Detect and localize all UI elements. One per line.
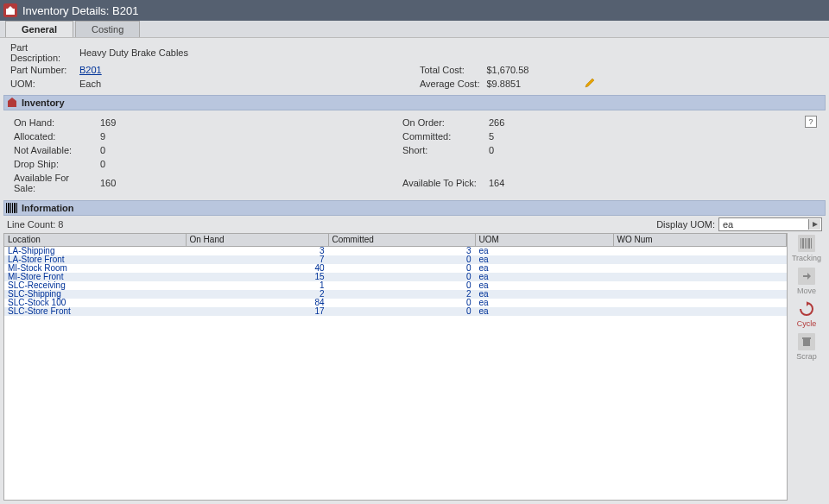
display-uom-label: Display UOM:: [656, 219, 715, 230]
titlebar: Inventory Details: B201: [0, 0, 829, 21]
cell-on-hand: 40: [186, 264, 328, 273]
barcode-icon: [798, 235, 815, 252]
cell-location: SLC-Receiving: [4, 281, 186, 290]
part-description-value: Heavy Duty Brake Cables: [76, 41, 192, 64]
cell-wo-num: [613, 307, 787, 316]
table-row[interactable]: SLC-Receiving10ea: [4, 281, 787, 290]
svg-rect-15: [802, 337, 811, 339]
cell-location: LA-Shipping: [4, 246, 186, 255]
svg-rect-4: [10, 203, 11, 213]
committed-value: 5: [485, 129, 528, 143]
inventory-summary: ? On Hand: 169 On Order: 266 Allocated: …: [3, 110, 826, 200]
inventory-icon: [6, 97, 18, 109]
cycle-icon: [798, 300, 815, 318]
table-row[interactable]: SLC-Stock 100840ea: [4, 299, 787, 307]
avg-cost-label: Average Cost:: [416, 76, 484, 91]
not-available-label: Not Available:: [10, 143, 97, 157]
cell-on-hand: 17: [186, 307, 328, 316]
svg-rect-5: [12, 203, 13, 213]
svg-rect-9: [802, 238, 804, 249]
dropdown-arrow-icon: [808, 219, 820, 230]
scrap-button[interactable]: Scrap: [789, 333, 824, 361]
part-details: Part Description: Heavy Duty Brake Cable…: [3, 40, 826, 95]
avail-sale-value: 160: [97, 171, 140, 195]
part-number-link[interactable]: B201: [79, 65, 102, 75]
cell-location: SLC-Stock 100: [4, 299, 186, 307]
cell-uom: ea: [475, 255, 613, 264]
information-section-header: Information: [3, 200, 826, 216]
action-sidebar: Tracking Move Cycle Scrap: [788, 233, 826, 501]
total-cost-value: $1,670.58: [483, 64, 532, 76]
short-value: 0: [485, 143, 528, 157]
location-table-wrap: Location On Hand Committed UOM WO Num LA…: [3, 233, 788, 501]
table-row[interactable]: SLC-Store Front170ea: [4, 307, 787, 316]
cell-committed: 2: [328, 290, 475, 299]
table-row[interactable]: MI-Stock Room400ea: [4, 264, 787, 273]
on-hand-value: 169: [97, 116, 140, 129]
cell-wo-num: [613, 246, 787, 255]
avail-pick-label: Available To Pick:: [399, 171, 485, 195]
cell-committed: 0: [328, 264, 475, 273]
svg-rect-3: [8, 203, 9, 213]
svg-rect-12: [808, 238, 810, 249]
svg-rect-7: [16, 203, 17, 213]
on-order-value: 266: [485, 116, 528, 129]
svg-rect-14: [803, 339, 810, 346]
col-location[interactable]: Location: [4, 234, 186, 246]
allocated-value: 9: [97, 129, 140, 143]
table-row[interactable]: LA-Store Front70ea: [4, 255, 787, 264]
cell-uom: ea: [475, 299, 613, 307]
uom-label: UOM:: [7, 76, 76, 91]
tracking-label: Tracking: [792, 254, 821, 262]
arrow-right-icon: [798, 268, 815, 285]
tab-costing[interactable]: Costing: [75, 21, 140, 37]
info-row: Line Count: 8 Display UOM: ea: [3, 216, 826, 233]
cell-location: MI-Store Front: [4, 273, 186, 281]
not-available-value: 0: [97, 143, 140, 157]
edit-avg-cost-icon[interactable]: [584, 77, 598, 91]
cell-on-hand: 15: [186, 273, 328, 281]
table-row[interactable]: LA-Shipping33ea: [4, 246, 787, 255]
line-count-label: Line Count:: [7, 219, 55, 230]
svg-rect-0: [6, 9, 15, 15]
cell-wo-num: [613, 290, 787, 299]
help-icon[interactable]: ?: [805, 116, 817, 128]
display-uom-select[interactable]: ea: [718, 217, 822, 231]
cell-wo-num: [613, 281, 787, 290]
cell-location: SLC-Store Front: [4, 307, 186, 316]
col-committed[interactable]: Committed: [328, 234, 475, 246]
cycle-button[interactable]: Cycle: [789, 300, 824, 328]
move-button[interactable]: Move: [789, 268, 824, 295]
inventory-section-title: Inventory: [22, 98, 65, 108]
cell-wo-num: [613, 299, 787, 307]
uom-value: Each: [76, 76, 192, 91]
svg-rect-10: [805, 238, 806, 249]
app-icon: [3, 3, 17, 17]
cell-uom: ea: [475, 273, 613, 281]
tabs: General Costing: [0, 21, 829, 38]
col-wo-num[interactable]: WO Num: [613, 234, 787, 246]
tab-general[interactable]: General: [5, 21, 73, 37]
tracking-button[interactable]: Tracking: [789, 235, 824, 262]
cell-committed: 0: [328, 255, 475, 264]
table-row[interactable]: SLC-Shipping22ea: [4, 290, 787, 299]
svg-rect-6: [14, 203, 16, 213]
cycle-label: Cycle: [797, 319, 817, 328]
move-label: Move: [797, 287, 816, 295]
cell-on-hand: 3: [186, 246, 328, 255]
drop-ship-label: Drop Ship:: [10, 157, 97, 171]
cell-committed: 0: [328, 307, 475, 316]
table-row[interactable]: MI-Store Front150ea: [4, 273, 787, 281]
col-uom[interactable]: UOM: [475, 234, 613, 246]
drop-ship-value: 0: [97, 157, 140, 171]
svg-rect-1: [8, 101, 16, 107]
col-on-hand[interactable]: On Hand: [186, 234, 328, 246]
cell-uom: ea: [475, 290, 613, 299]
cell-on-hand: 2: [186, 290, 328, 299]
svg-rect-11: [807, 238, 807, 249]
scrap-icon: [798, 333, 815, 350]
svg-rect-2: [6, 203, 7, 213]
line-count-value: 8: [58, 219, 63, 230]
cell-location: LA-Store Front: [4, 255, 186, 264]
cell-wo-num: [613, 273, 787, 281]
